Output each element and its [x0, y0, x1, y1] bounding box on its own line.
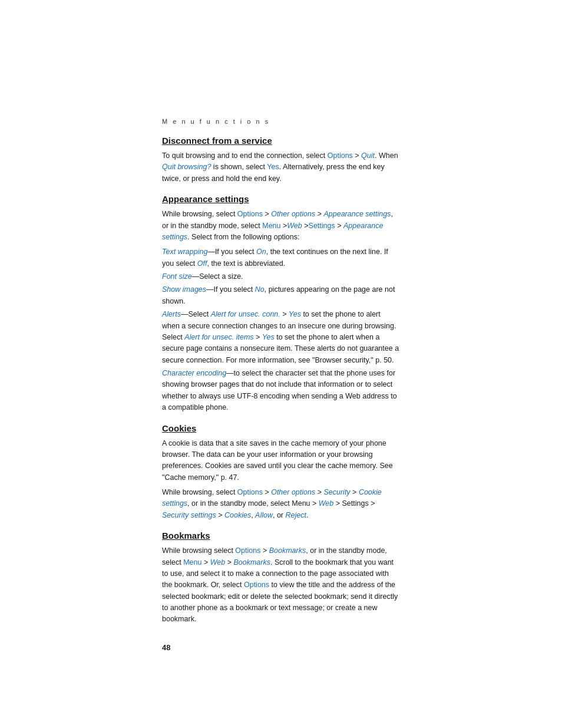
appearance-settings-link[interactable]: Appearance settings [323, 210, 391, 218]
cookies-mid4: , or in the standby mode, select Menu > [187, 499, 319, 508]
cookies-body2: While browsing, select Options > Other o… [162, 487, 400, 521]
cookies-cookies-link[interactable]: Cookies [224, 511, 251, 519]
bookmarks-mid4: > [225, 558, 233, 566]
cookies-heading: Cookies [162, 423, 400, 433]
appearance-entry1: Text wrapping—If you select On, the text… [162, 246, 400, 269]
appearance-heading: Appearance settings [162, 194, 400, 204]
appearance-section: Appearance settings While browsing, sele… [162, 194, 400, 413]
menu-functions-label: M e n u f u n c t i o n s [162, 118, 400, 125]
cookies-options-link[interactable]: Options [237, 488, 263, 496]
cookies-mid6: > [216, 511, 224, 519]
appearance-settings2-link[interactable]: Settings [309, 222, 335, 230]
appearance-entry4: Alerts—Select Alert for unsec. conn. > Y… [162, 309, 400, 366]
cookies-security2-link[interactable]: Security settings [162, 511, 216, 519]
cookies-text-prefix: While browsing, select [162, 488, 237, 496]
appearance-mid1: > [263, 210, 271, 218]
disconnect-options-link[interactable]: Options [328, 151, 353, 160]
cookies-allow-link[interactable]: Allow [255, 511, 273, 519]
bookmarks-bookmarks-link[interactable]: Bookmarks [269, 546, 306, 555]
appearance-mid4: > [302, 222, 309, 230]
bookmarks-web-link[interactable]: Web [210, 558, 225, 566]
disconnect-quit-link[interactable]: Quit [361, 151, 375, 160]
entry5-label: Character encoding [162, 369, 226, 377]
entry4-yes2: Yes [262, 333, 275, 341]
entry4-label: Alerts [162, 310, 181, 318]
cookies-security-link[interactable]: Security [323, 488, 350, 496]
entry3-dash: —If you select [206, 285, 255, 294]
cookies-mid2: > [315, 488, 323, 496]
bookmarks-mid3: > [201, 558, 210, 566]
cookies-reject-link[interactable]: Reject [286, 511, 306, 519]
disconnect-body: To quit browsing and to end the connecti… [162, 150, 400, 185]
bookmarks-options2-link[interactable]: Options [244, 581, 269, 589]
disconnect-text-prefix: To quit browsing and to end the connecti… [162, 151, 328, 160]
appearance-web-link[interactable]: Web [287, 222, 302, 230]
entry1-label: Text wrapping [162, 248, 207, 256]
bookmarks-body1: While browsing select Options > Bookmark… [162, 545, 400, 625]
entry2-suffix: —Select a size. [192, 272, 243, 281]
cookies-mid1: > [263, 488, 271, 496]
bookmarks-text-prefix: While browsing select [162, 546, 235, 555]
appearance-entry2: Font size—Select a size. [162, 271, 400, 282]
appearance-other-link[interactable]: Other options [271, 210, 315, 218]
cookies-web-link[interactable]: Web [319, 499, 333, 508]
appearance-text-prefix: While browsing, select [162, 210, 237, 218]
disconnect-text-mid: > [353, 151, 361, 160]
entry3-no: No [255, 285, 265, 294]
appearance-mid2: > [315, 210, 323, 218]
appearance-entry3: Show images—If you select No, pictures a… [162, 284, 400, 307]
appearance-body1: While browsing, select Options > Other o… [162, 209, 400, 243]
bookmarks-mid1: > [260, 546, 269, 555]
cookies-body1: A cookie is data that a site saves in th… [162, 438, 400, 484]
appearance-mid3: > [281, 222, 287, 230]
entry1-off: Off [197, 259, 207, 268]
appearance-menu-link[interactable]: Menu [262, 222, 280, 230]
entry1-suffix: , the text is abbreviated. [207, 259, 285, 268]
entry4-dash: —Select [181, 310, 211, 318]
page: M e n u f u n c t i o n s Disconnect fro… [0, 0, 562, 728]
appearance-mid5: > [335, 222, 343, 230]
content-area: M e n u f u n c t i o n s Disconnect fro… [0, 0, 562, 699]
disconnect-text-shown: is shown, select [211, 163, 267, 171]
bookmarks-section: Bookmarks While browsing select Options … [162, 531, 400, 625]
disconnect-yes-link[interactable]: Yes [267, 163, 279, 171]
appearance-entry5: Character encoding—to select the charact… [162, 368, 400, 414]
disconnect-section: Disconnect from a service To quit browsi… [162, 136, 400, 185]
disconnect-text-mid2: . When [375, 151, 398, 160]
entry4-mid3: > [254, 333, 262, 341]
appearance-text-suffix: . Select from the following options: [187, 233, 299, 241]
cookies-mid3: > [351, 488, 359, 496]
entry4-alert2: Alert for unsec. items [184, 333, 253, 341]
bookmarks-menu-link[interactable]: Menu [183, 558, 201, 566]
bookmarks-options-link[interactable]: Options [235, 546, 260, 555]
cookies-section: Cookies A cookie is data that a site sav… [162, 423, 400, 522]
entry1-dash: —If you select [207, 248, 256, 256]
appearance-options-link[interactable]: Options [237, 210, 263, 218]
entry2-label: Font size [162, 272, 192, 281]
bookmarks-bookmarks2-link[interactable]: Bookmarks [233, 558, 270, 566]
cookies-mid8: , or [273, 511, 286, 519]
page-number: 48 [162, 643, 400, 652]
bookmarks-heading: Bookmarks [162, 531, 400, 541]
cookies-suffix: . [306, 511, 308, 519]
cookies-other-link[interactable]: Other options [271, 488, 315, 496]
disconnect-quit-browsing-link[interactable]: Quit browsing? [162, 163, 211, 171]
disconnect-heading: Disconnect from a service [162, 136, 400, 146]
entry4-yes1: Yes [289, 310, 301, 318]
entry1-on: On [256, 248, 266, 256]
entry4-mid1: > [280, 310, 289, 318]
entry3-label: Show images [162, 285, 206, 294]
cookies-mid5: > Settings > [333, 499, 375, 508]
entry4-alert1: Alert for unsec. conn. [211, 310, 280, 318]
